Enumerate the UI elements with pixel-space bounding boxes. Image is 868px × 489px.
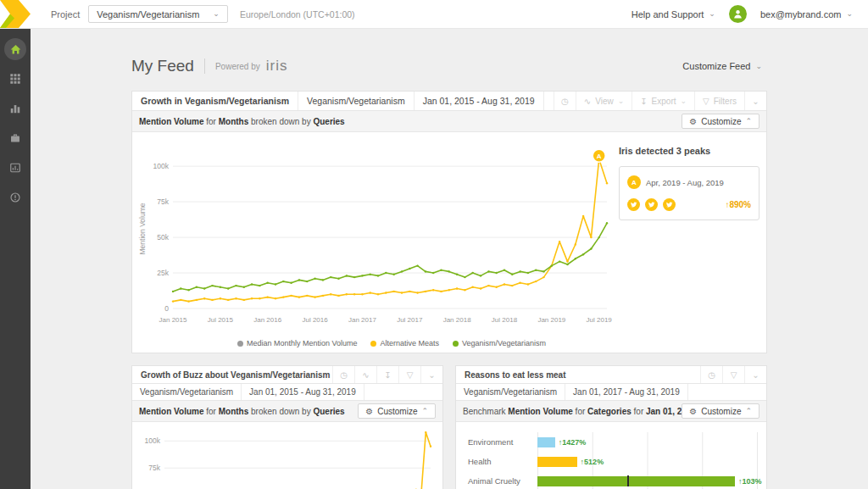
collapse-panel-icon[interactable]: ⌄ <box>744 366 766 383</box>
svg-text:0: 0 <box>164 304 169 313</box>
panel-growth-daterange[interactable]: Jan 01, 2015 - Aug 31, 2019 <box>415 92 544 110</box>
topbar: Project Veganism/Vegetarianism ⌄ Europe/… <box>0 0 868 29</box>
svg-text:Mention Volume: Mention Volume <box>138 203 147 254</box>
panel-reasons-query[interactable]: Veganism/Vegetarianism <box>456 384 565 400</box>
panel-growth-title: Growth in Veganism/Vegetarianism <box>132 92 298 110</box>
chevron-up-icon: ⌃ <box>745 408 752 415</box>
svg-text:75k: 75k <box>157 197 169 206</box>
sidebar-item-analytics[interactable] <box>4 97 26 119</box>
benchmark-track: ↑1427% <box>537 432 758 452</box>
panel-reasons-daterange[interactable]: Jan 01, 2017 - Aug 31, 2019 <box>565 384 688 400</box>
legend-item[interactable]: Alternative Meats <box>370 339 439 347</box>
panel-buzz-daterange[interactable]: Jan 01, 2015 - Aug 31, 2019 <box>242 384 364 400</box>
panel-buzz-query[interactable]: Veganism/Vegetarianism <box>132 384 242 400</box>
brand-logo[interactable] <box>0 0 31 28</box>
header-filler <box>688 384 766 400</box>
legend-dot <box>237 341 243 347</box>
panel-growth-header: Growth in Veganism/Vegetarianism Veganis… <box>132 92 766 111</box>
legend-dot <box>453 341 459 347</box>
project-selector[interactable]: Veganism/Vegetarianism ⌄ <box>88 5 228 23</box>
svg-text:75k: 75k <box>148 464 160 472</box>
view-menu[interactable]: ∿ View ⌄ <box>576 92 632 110</box>
twitter-icon[interactable] <box>645 198 658 211</box>
user-avatar[interactable] <box>729 5 747 23</box>
benchmark-category-label: Health <box>463 457 537 466</box>
customize-button[interactable]: ⚙ Customize ⌃ <box>682 403 760 419</box>
svg-text:100k: 100k <box>145 436 161 445</box>
peak-card-sources: ↑890% <box>627 198 751 211</box>
history-icon[interactable]: ◷ <box>554 92 576 110</box>
peak-card[interactable]: A Apr, 2019 - Aug, 2019 <box>619 166 760 220</box>
sidebar-item-dashboards[interactable] <box>4 157 26 179</box>
customize-feed-button[interactable]: Customize Feed ⌄ <box>677 60 767 72</box>
alert-icon <box>9 192 21 203</box>
panel-buzz-config-bar: Mention Volume for Months broken down by… <box>132 401 442 422</box>
benchmark-change-value: ↑1427% <box>559 438 587 447</box>
benchmark-change-value: ↑103% <box>738 477 762 486</box>
home-icon <box>9 43 22 56</box>
chevron-up-icon: ⌃ <box>421 408 428 415</box>
panel-reasons-title: Reasons to eat less meat <box>456 366 700 383</box>
legend-item[interactable]: Veganism/Vegetarianism <box>453 339 546 347</box>
sidebar-item-projects[interactable] <box>4 127 26 149</box>
panel-reasons-header: Reasons to eat less meat ◷ ▽ ⌄ <box>456 366 766 384</box>
panel-growth-config-bar: Mention Volume for Months broken down by… <box>132 111 766 132</box>
project-label: Project <box>51 9 80 19</box>
twitter-icon[interactable] <box>627 198 640 211</box>
svg-text:Jul 2017: Jul 2017 <box>397 316 423 324</box>
peak-a-badge: A <box>627 175 641 189</box>
svg-text:Jan 2017: Jan 2017 <box>348 316 376 324</box>
header-filler <box>364 384 442 400</box>
chart-config-summary: Benchmark Mention Volume for Categories … <box>463 407 682 416</box>
legend-dot <box>370 341 376 347</box>
twitter-icon[interactable] <box>663 198 676 211</box>
customize-button[interactable]: ⚙ Customize ⌃ <box>682 114 760 129</box>
filters-button[interactable]: ▽ Filters <box>694 92 744 110</box>
svg-text:Jan 2015: Jan 2015 <box>159 316 187 324</box>
iris-insights-panel: Iris detected 3 peaks A Apr, 2019 - Aug,… <box>617 137 761 351</box>
benchmark-bar[interactable] <box>537 437 555 447</box>
sidebar-item-home[interactable] <box>4 38 26 60</box>
twitter-bird-icon <box>665 201 673 208</box>
user-menu[interactable]: bex@mybrand.com ⌄ <box>755 8 858 20</box>
chevron-down-icon: ⌄ <box>755 63 762 70</box>
chevron-down-icon: ⌄ <box>618 97 625 105</box>
history-icon[interactable]: ◷ <box>700 366 722 383</box>
benchmark-row: Health↑512% <box>463 452 758 471</box>
panel-buzz-title: Growth of Buzz about Veganism/Vegetarian… <box>132 366 332 383</box>
growth-line-chart: 025k50k75k100kJan 2015Jul 2015Jan 2016Ju… <box>137 137 617 334</box>
benchmark-row: Environment↑1427% <box>463 432 758 452</box>
sidebar-item-alerts[interactable] <box>4 186 26 208</box>
page-title: My Feed <box>131 57 194 75</box>
chart-type-icon[interactable]: ∿ <box>354 366 376 383</box>
help-support-menu[interactable]: Help and Support ⌄ <box>626 8 721 20</box>
benchmark-bar[interactable] <box>537 457 577 467</box>
briefcase-icon <box>9 132 21 144</box>
iris-peaks-heading: Iris detected 3 peaks <box>619 146 760 156</box>
chevron-down-icon: ⌄ <box>681 97 687 105</box>
export-menu[interactable]: ↧ Export ⌄ <box>632 92 694 110</box>
filter-icon[interactable]: ▽ <box>722 366 744 383</box>
chevron-down-icon: ⌄ <box>709 10 715 18</box>
collapse-panel-icon[interactable]: ⌄ <box>744 92 766 110</box>
benchmark-bar[interactable] <box>537 476 735 486</box>
history-icon[interactable]: ◷ <box>332 366 354 383</box>
filter-icon[interactable]: ▽ <box>398 366 420 383</box>
panel-growth-query[interactable]: Veganism/Vegetarianism <box>298 92 415 110</box>
project-value: Veganism/Vegetarianism <box>97 9 199 19</box>
user-icon <box>732 8 743 19</box>
panel-buzz-header: Growth of Buzz about Veganism/Vegetarian… <box>132 366 442 384</box>
bottom-panels-row: Growth of Buzz about Veganism/Vegetarian… <box>131 365 767 489</box>
customize-button[interactable]: ⚙ Customize ⌃ <box>358 403 436 419</box>
sidebar-item-apps[interactable] <box>4 68 26 90</box>
gear-icon: ⚙ <box>689 117 697 126</box>
download-icon[interactable]: ↧ <box>376 366 398 383</box>
app-window: Project Veganism/Vegetarianism ⌄ Europe/… <box>0 0 868 489</box>
growth-legend: Median Monthly Mention VolumeAlternative… <box>137 337 617 351</box>
panel-reasons: Reasons to eat less meat ◷ ▽ ⌄ Veganism/… <box>455 365 767 489</box>
benchmark-track: ↑512% <box>537 452 758 471</box>
powered-by-label: Powered by <box>215 62 260 71</box>
peak-a-marker: A <box>593 149 605 162</box>
collapse-panel-icon[interactable]: ⌄ <box>420 366 442 383</box>
legend-item[interactable]: Median Monthly Mention Volume <box>237 339 358 347</box>
